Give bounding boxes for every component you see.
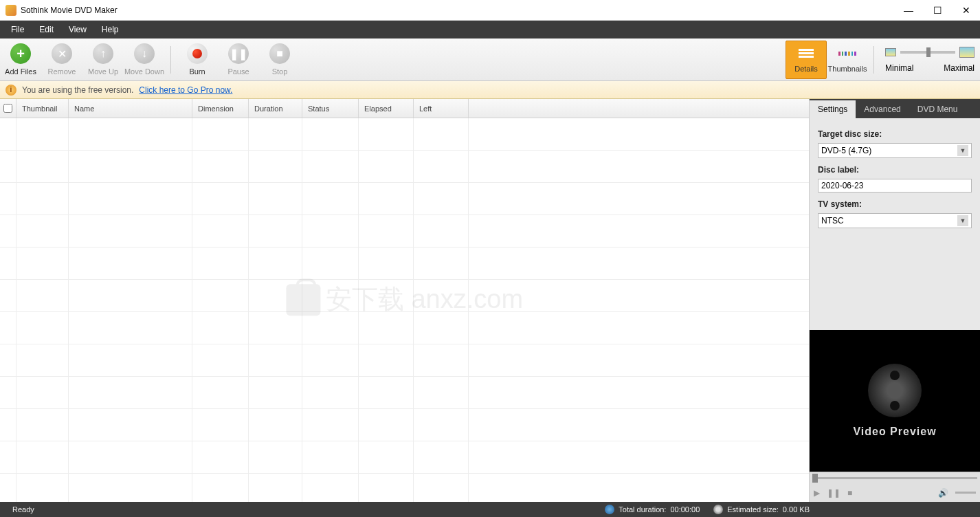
toolbar-separator — [170, 46, 171, 74]
move-up-button[interactable]: ↑ Move Up — [82, 41, 124, 79]
total-duration-value: 00:00:00 — [670, 505, 700, 514]
preview-controls: ▶ ❚❚ ■ 🔊 — [810, 472, 980, 502]
pause-icon: ❚❚ — [228, 43, 249, 64]
header-duration[interactable]: Duration — [249, 99, 302, 118]
toolbar-separator — [873, 46, 874, 74]
pause-icon[interactable]: ❚❚ — [827, 488, 840, 498]
menu-help[interactable]: Help — [95, 22, 126, 37]
preview-label: Video Preview — [853, 426, 936, 438]
toolbar: Add Files ✕ Remove ↑ Move Up ↓ Move Down… — [0, 38, 980, 81]
arrow-down-icon: ↓ — [134, 43, 155, 64]
header-elapsed[interactable]: Elapsed — [359, 99, 414, 118]
header-status[interactable]: Status — [302, 99, 359, 118]
chevron-down-icon: ▼ — [957, 215, 968, 226]
globe-icon — [605, 505, 614, 514]
zoom-max-label: Maximal — [944, 63, 975, 73]
total-duration-label: Total duration: — [619, 505, 666, 514]
remove-icon: ✕ — [52, 43, 72, 64]
zoom-slider-group — [880, 47, 980, 58]
landscape-small-icon — [885, 48, 896, 56]
status-ready: Ready — [5, 505, 41, 514]
film-reel-icon — [868, 364, 922, 417]
header-thumbnail[interactable]: Thumbnail — [16, 99, 69, 118]
disc-label-value: 2020-06-23 — [821, 181, 863, 190]
tab-settings[interactable]: Settings — [810, 100, 856, 118]
burn-button[interactable]: Burn — [177, 41, 218, 79]
chevron-down-icon: ▼ — [957, 145, 968, 156]
menu-edit[interactable]: Edit — [32, 22, 60, 37]
info-icon: i — [5, 85, 16, 96]
play-icon[interactable]: ▶ — [814, 488, 820, 498]
table-body: 安下载 anxz.com — [0, 118, 809, 502]
file-table: Thumbnail Name Dimension Duration Status… — [0, 99, 810, 502]
stop-button[interactable]: ■ Stop — [259, 41, 300, 79]
view-details-button[interactable]: Details — [786, 41, 827, 79]
volume-icon[interactable]: 🔊 — [938, 488, 948, 498]
menu-file[interactable]: File — [4, 22, 31, 37]
app-icon — [5, 5, 16, 16]
video-preview: Video Preview — [810, 330, 980, 472]
list-icon — [797, 47, 815, 60]
landscape-large-icon — [959, 47, 975, 58]
arrow-up-icon: ↑ — [93, 43, 113, 64]
info-message: You are using the free version. — [22, 85, 133, 95]
estimated-size-value: 0.00 KB — [783, 505, 810, 514]
estimated-size-label: Estimated size: — [727, 505, 779, 514]
side-tabs: Settings Advanced DVD Menu — [810, 99, 980, 118]
tab-advanced[interactable]: Advanced — [856, 100, 909, 118]
side-panel: Settings Advanced DVD Menu Target disc s… — [810, 99, 980, 502]
record-icon — [187, 43, 208, 64]
add-icon — [10, 43, 31, 64]
table-header: Thumbnail Name Dimension Duration Status… — [0, 99, 809, 118]
window-title: Sothink Movie DVD Maker — [21, 6, 900, 15]
menu-view[interactable]: View — [62, 22, 93, 37]
titlebar: Sothink Movie DVD Maker — ☐ ✕ — [0, 0, 980, 21]
status-bar: Ready Total duration: 00:00:00 Estimated… — [0, 502, 980, 517]
header-checkbox[interactable] — [0, 99, 16, 118]
target-disc-select[interactable]: DVD-5 (4.7G) ▼ — [818, 143, 972, 158]
disc-label-label: Disc label: — [818, 165, 972, 175]
info-bar: i You are using the free version. Click … — [0, 81, 980, 99]
header-dimension[interactable]: Dimension — [192, 99, 249, 118]
tv-system-label: TV system: — [818, 199, 972, 209]
header-name[interactable]: Name — [69, 99, 192, 118]
menubar: File Edit View Help — [0, 21, 980, 38]
close-button[interactable]: ✕ — [958, 5, 975, 16]
stop-icon[interactable]: ■ — [847, 488, 852, 498]
target-disc-label: Target disc size: — [818, 129, 972, 139]
grid-icon — [838, 47, 856, 60]
header-left[interactable]: Left — [414, 99, 469, 118]
move-down-button[interactable]: ↓ Move Down — [124, 41, 165, 79]
target-disc-value: DVD-5 (4.7G) — [821, 146, 871, 155]
pause-button[interactable]: ❚❚ Pause — [218, 41, 259, 79]
maximize-button[interactable]: ☐ — [929, 5, 946, 16]
tv-system-value: NTSC — [821, 216, 844, 226]
disc-icon — [713, 505, 723, 514]
remove-button[interactable]: ✕ Remove — [41, 41, 82, 79]
add-files-button[interactable]: Add Files — [0, 41, 41, 79]
minimize-button[interactable]: — — [900, 5, 917, 16]
tab-dvd-menu[interactable]: DVD Menu — [909, 100, 966, 118]
go-pro-link[interactable]: Click here to Go Pro now. — [139, 85, 232, 95]
zoom-slider[interactable] — [900, 51, 955, 54]
stop-icon: ■ — [269, 43, 290, 64]
select-all-checkbox[interactable] — [3, 104, 12, 113]
view-thumbnails-button[interactable]: Thumbnails — [827, 41, 868, 79]
disc-label-input[interactable]: 2020-06-23 — [818, 179, 972, 192]
volume-slider[interactable] — [955, 492, 976, 494]
tv-system-select[interactable]: NTSC ▼ — [818, 213, 972, 228]
zoom-min-label: Minimal — [885, 63, 913, 73]
seek-bar[interactable] — [810, 472, 980, 483]
